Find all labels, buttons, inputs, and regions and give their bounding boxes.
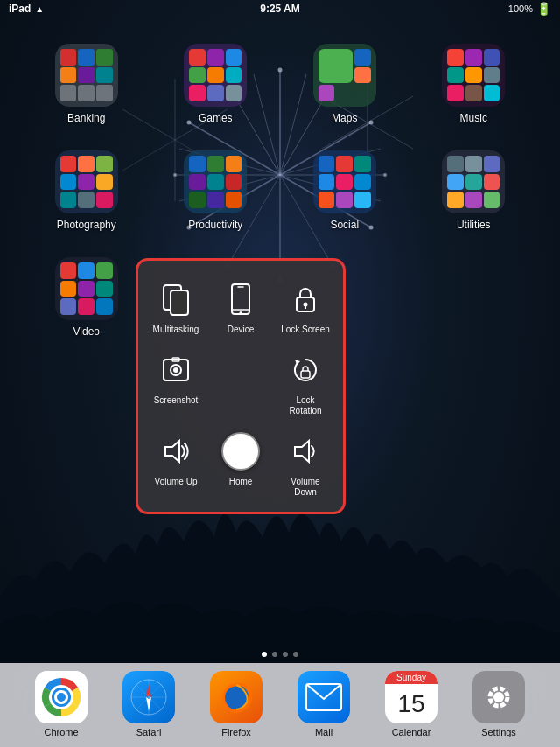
- at-screenshot[interactable]: Screenshot: [147, 346, 205, 420]
- mini-app: [336, 192, 353, 208]
- lock-rotation-icon: [288, 353, 323, 387]
- at-multitasking[interactable]: Multitasking: [147, 275, 205, 339]
- dock-app-chrome[interactable]: Chrome: [35, 671, 88, 737]
- mini-app: [189, 174, 206, 191]
- folder-label-photography: Photography: [57, 219, 116, 231]
- mini-app: [447, 156, 464, 172]
- volume-down-icon-container: [284, 430, 326, 472]
- page-dot-2[interactable]: [272, 652, 277, 657]
- folder-utilities[interactable]: Utilities: [414, 150, 535, 231]
- mini-app: [226, 174, 242, 191]
- firefox-label: Firefox: [221, 727, 251, 737]
- svg-marker-69: [146, 683, 151, 697]
- mini-app: [189, 49, 206, 66]
- at-volume-up[interactable]: Volume Up: [147, 427, 205, 501]
- volume-down-label: Volume Down: [280, 477, 331, 498]
- folder-banking[interactable]: Banking: [26, 44, 147, 124]
- svg-rect-43: [171, 290, 188, 315]
- settings-icon-svg: [481, 680, 516, 715]
- folder-social[interactable]: Social: [284, 150, 405, 231]
- dock-app-safari[interactable]: Safari: [122, 671, 175, 737]
- mini-app: [447, 174, 464, 191]
- folder-games[interactable]: Games: [156, 44, 276, 124]
- safari-app-icon: [122, 671, 175, 723]
- device-label: Device: [228, 325, 255, 335]
- home-icon-container: [220, 430, 262, 472]
- folder-icon-music: [442, 44, 505, 107]
- folder-productivity[interactable]: Productivity: [156, 150, 276, 231]
- svg-marker-58: [295, 441, 309, 462]
- settings-icon-bg: [472, 671, 525, 723]
- svg-point-46: [240, 311, 242, 314]
- mini-app: [318, 156, 335, 172]
- mini-app: [354, 67, 371, 84]
- mail-app-icon: [298, 671, 350, 723]
- page-dot-1[interactable]: [262, 652, 267, 657]
- mini-app: [60, 281, 77, 297]
- dock-app-settings[interactable]: Settings: [472, 671, 525, 737]
- mini-app: [484, 67, 500, 84]
- at-lock-rotation[interactable]: Lock Rotation: [276, 346, 334, 420]
- mini-app: [96, 49, 113, 66]
- mini-app: [466, 67, 482, 84]
- device-icon: [223, 282, 258, 317]
- calendar-label: Calendar: [392, 727, 431, 737]
- folder-video[interactable]: Video: [26, 257, 147, 338]
- folder-music[interactable]: Music: [414, 44, 535, 124]
- mini-app: [78, 192, 94, 208]
- folder-icon-banking: [55, 44, 118, 107]
- svg-point-73: [494, 692, 504, 702]
- mini-app: [447, 67, 464, 84]
- mini-app: [447, 192, 464, 208]
- dock-app-calendar[interactable]: Sunday 15 Calendar: [385, 671, 438, 737]
- calendar-app-icon: Sunday 15: [385, 671, 438, 723]
- mini-app: [60, 156, 77, 172]
- page-dot-4[interactable]: [293, 652, 298, 657]
- folder-label-music: Music: [460, 112, 487, 124]
- mini-app: [466, 192, 482, 208]
- folder-icon-games: [184, 44, 247, 107]
- folder-label-utilities: Utilities: [457, 219, 491, 231]
- settings-app-icon: [472, 671, 525, 723]
- page-dots: [262, 652, 298, 657]
- mini-app: [60, 85, 77, 101]
- mini-app: [207, 174, 224, 191]
- page-dot-3[interactable]: [283, 652, 288, 657]
- folder-icon-social: [313, 150, 376, 213]
- status-left: iPad ▲: [9, 3, 44, 15]
- dock-app-firefox[interactable]: Firefox: [210, 671, 262, 737]
- home-label: Home: [229, 477, 253, 487]
- mini-app: [78, 262, 94, 279]
- mini-app: [226, 85, 242, 101]
- mini-app: [447, 85, 464, 101]
- volume-down-icon: [288, 434, 323, 469]
- screenshot-label: Screenshot: [154, 395, 199, 406]
- dock-app-mail[interactable]: Mail: [298, 671, 350, 737]
- folder-maps[interactable]: Maps: [284, 44, 405, 124]
- at-device[interactable]: Device: [212, 275, 270, 339]
- mail-label: Mail: [315, 727, 332, 737]
- mini-app: [60, 174, 77, 191]
- folder-icon-photography: [55, 150, 118, 213]
- at-empty: [212, 346, 270, 420]
- at-home[interactable]: Home: [212, 427, 270, 501]
- mini-app: [78, 281, 94, 297]
- mini-app: [466, 85, 482, 101]
- mini-app: [484, 174, 500, 191]
- mini-app: [207, 192, 224, 208]
- svg-rect-56: [301, 371, 310, 378]
- wifi-icon: ▲: [35, 4, 44, 14]
- mini-app: [78, 67, 94, 84]
- folder-photography[interactable]: Photography: [26, 150, 147, 231]
- mini-app: [207, 49, 224, 66]
- mini-app: [96, 174, 113, 191]
- device-icon-container: [220, 278, 262, 320]
- mini-app: [354, 156, 371, 172]
- mail-icon-svg: [305, 683, 342, 711]
- at-volume-down[interactable]: Volume Down: [276, 427, 334, 501]
- calendar-day-name: Sunday: [385, 671, 438, 684]
- folder-icon-utilities: [442, 150, 505, 213]
- at-lock-screen[interactable]: Lock Screen: [276, 275, 334, 339]
- mini-app: [354, 174, 371, 191]
- volume-up-label: Volume Up: [155, 477, 198, 487]
